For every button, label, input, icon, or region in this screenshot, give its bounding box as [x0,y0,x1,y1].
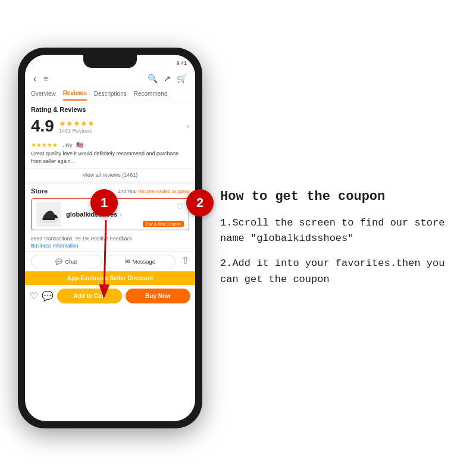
store-chevron: › [120,211,121,218]
buy-now-button[interactable]: Buy Now [126,289,190,303]
cart-icon[interactable]: 🛒 [177,74,187,83]
action-row: 💬 Chat ✉ Message ⇧ [25,251,195,271]
view-all[interactable]: View all reviews (1461) [25,169,195,181]
review-item: ★★★★★ ...Ny 🇺🇸 Great quality love it wou… [25,138,195,169]
phone-screen: 9:41 ‹ ≡ 🔍 ↗ 🛒 Overview Reviews Descript… [25,55,195,421]
rating-row: 4.9 ★★★★★ 1461 Reviews › [31,117,189,136]
message-button[interactable]: ✉ Message [105,255,176,268]
store-name-row: globalkidsshoes › [66,211,122,218]
nav-icons-left: ‹ ≡ [33,74,48,83]
menu-icon[interactable]: ≡ [43,74,48,83]
instructions-panel: How to get the coupon 1.Scroll the scree… [202,177,464,299]
stars-count: ★★★★★ 1461 Reviews [59,119,95,134]
tab-overview[interactable]: Overview [31,90,56,100]
store-name: globalkidsshoes [66,211,117,218]
message-icon: ✉ [125,258,130,265]
phone-mockup: 9:41 ‹ ≡ 🔍 ↗ 🛒 Overview Reviews Descript… [18,48,202,428]
instruction-title: How to get the coupon [220,189,455,206]
store-year: 2nd Year Recommended Supplier [118,189,189,194]
store-card: globalkidsshoes › ♡ Fav & Win Coupon [31,198,189,230]
business-info[interactable]: Business Information [25,243,195,251]
bottom-chat-icon[interactable]: 💬 [42,290,54,302]
phone-notch [83,55,137,68]
flag-icon: 🇺🇸 [76,142,83,148]
shoe-svg [37,203,60,226]
instruction-step-1: 1.Scroll the screen to find our store na… [220,215,455,247]
wishlist-icon[interactable]: ♡ [30,290,38,302]
tab-reviews[interactable]: Reviews [63,90,87,101]
fav-badge[interactable]: Fav & Win Coupon [143,221,184,227]
chat-icon: 💬 [55,258,62,265]
tab-recommend[interactable]: Recommend [134,90,168,100]
message-label: Message [132,258,155,265]
reviewer-name: ...Ny [61,142,73,148]
tabs-row: Overview Reviews Descriptions Recommend [25,86,195,101]
app-exclusive-bar: App-Exclusive Seller Discount [25,271,195,285]
store-heart-icon[interactable]: ♡ [176,202,184,211]
reviewer-row: ★★★★★ ...Ny 🇺🇸 [31,142,189,148]
review-count: 1461 Reviews [59,128,95,134]
svg-rect-1 [43,218,55,220]
rating-arrow[interactable]: › [187,122,189,130]
rating-section: Rating & Reviews 4.9 ★★★★★ 1461 Reviews … [25,101,195,138]
store-label: Store [31,187,48,195]
scroll-up-icon[interactable]: ⇧ [181,255,189,268]
chat-label: Chat [65,258,77,265]
search-icon[interactable]: 🔍 [148,74,158,83]
review-text: Great quality love it would definitely r… [31,150,189,165]
store-section: Store 2nd Year Recommended Supplier [25,181,195,233]
instruction-step-2: 2.Add it into your favorites.then you ca… [220,256,455,287]
store-shoe-img [36,202,61,227]
rating-number: 4.9 [31,117,54,136]
tab-descriptions[interactable]: Descriptions [94,90,127,100]
nav-icons-right: 🔍 ↗ 🛒 [148,74,187,83]
reviewer-stars: ★★★★★ [31,142,58,148]
bottom-bar: ♡ 💬 Add to Cart Buy Now [25,285,195,306]
share-icon[interactable]: ↗ [164,74,171,83]
chat-button[interactable]: 💬 Chat [31,255,102,268]
stars: ★★★★★ [59,119,95,128]
nav-bar: ‹ ≡ 🔍 ↗ 🛒 [25,71,195,86]
back-icon[interactable]: ‹ [33,74,36,83]
rating-title: Rating & Reviews [31,106,189,113]
main-container: 9:41 ‹ ≡ 🔍 ↗ 🛒 Overview Reviews Descript… [0,0,476,476]
add-to-cart-button[interactable]: Add to Cart [57,289,122,303]
store-stats: 6569 Transactions, 99.1% Positive Feedba… [25,233,195,243]
store-recommended: Recommended Supplier [138,189,189,194]
store-header: Store 2nd Year Recommended Supplier [31,187,189,195]
store-info: globalkidsshoes › [66,211,122,218]
